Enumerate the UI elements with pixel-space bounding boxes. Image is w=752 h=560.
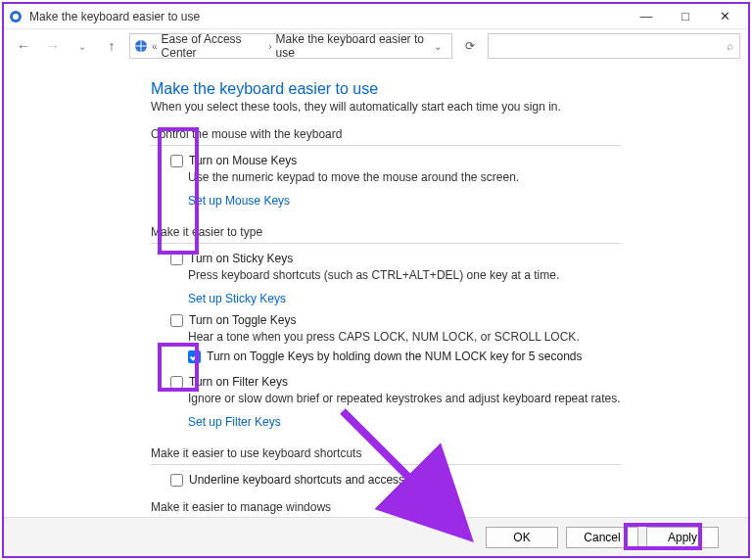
sticky-keys-checkbox[interactable] [170, 253, 183, 265]
divider [151, 145, 621, 146]
mouse-keys-desc: Use the numeric keypad to move the mouse… [151, 169, 640, 188]
mouse-keys-checkbox-row[interactable]: Turn on Mouse Keys [151, 152, 748, 169]
window-title: Make the keyboard easier to use [29, 10, 627, 23]
toggle-hold-numlock-checkbox-row[interactable]: Turn on Toggle Keys by holding down the … [151, 348, 748, 365]
cancel-button[interactable]: Cancel [566, 527, 638, 548]
apply-button[interactable]: Apply [646, 527, 719, 548]
section-manage-windows: Make it easier to manage windows [151, 500, 621, 514]
divider [151, 464, 621, 465]
footer: OK Cancel Apply [4, 517, 748, 556]
underline-shortcuts-label: Underline keyboard shortcuts and access … [189, 473, 432, 487]
setup-mouse-keys-link[interactable]: Set up Mouse Keys [188, 194, 290, 208]
underline-shortcuts-checkbox[interactable] [170, 474, 183, 487]
sticky-keys-checkbox-row[interactable]: Turn on Sticky Keys [151, 250, 748, 267]
toggle-hold-numlock-checkbox[interactable] [188, 350, 201, 363]
page-subtitle: When you select these tools, they will a… [151, 100, 748, 114]
toggle-keys-label: Turn on Toggle Keys [189, 313, 296, 327]
section-control-mouse: Control the mouse with the keyboard [151, 127, 621, 141]
toggle-keys-checkbox-row[interactable]: Turn on Toggle Keys [151, 311, 748, 329]
section-easier-type: Make it easier to type [151, 225, 621, 239]
crumb-separator: › [268, 41, 271, 52]
chevron-down-icon[interactable]: ⌄ [428, 41, 447, 52]
forward-button[interactable]: → [41, 34, 65, 58]
setup-filter-keys-link[interactable]: Set up Filter Keys [188, 415, 281, 429]
chevron-left-icon: « [152, 41, 158, 52]
setup-sticky-keys-link[interactable]: Set up Sticky Keys [188, 292, 286, 305]
navbar: ← → ⌄ ↑ « Ease of Access Center › Make t… [4, 29, 748, 63]
mouse-keys-label: Turn on Mouse Keys [189, 154, 297, 167]
maximize-button[interactable]: □ [666, 5, 705, 28]
search-icon: ⌕ [727, 39, 733, 53]
filter-keys-label: Turn on Filter Keys [189, 375, 288, 389]
filter-keys-checkbox[interactable] [170, 376, 183, 389]
toggle-keys-desc: Hear a tone when you press CAPS LOCK, NU… [151, 329, 640, 348]
minimize-button[interactable]: — [627, 5, 666, 28]
filter-keys-desc: Ignore or slow down brief or repeated ke… [151, 391, 640, 409]
crumb-current[interactable]: Make the keyboard easier to use [276, 32, 424, 60]
content-area: Make the keyboard easier to use When you… [4, 63, 748, 517]
app-icon [8, 9, 24, 24]
divider [151, 243, 621, 244]
mouse-keys-checkbox[interactable] [170, 155, 183, 167]
recent-locations-button[interactable]: ⌄ [70, 34, 94, 58]
breadcrumb[interactable]: « Ease of Access Center › Make the keybo… [129, 33, 452, 59]
underline-shortcuts-checkbox-row[interactable]: Underline keyboard shortcuts and access … [151, 471, 748, 489]
ok-button[interactable]: OK [486, 527, 558, 548]
search-input[interactable] [494, 39, 727, 53]
back-button[interactable]: ← [12, 34, 35, 58]
filter-keys-checkbox-row[interactable]: Turn on Filter Keys [151, 373, 748, 391]
sticky-keys-desc: Press keyboard shortcuts (such as CTRL+A… [151, 267, 640, 286]
refresh-button[interactable]: ⟳ [458, 34, 482, 58]
titlebar: Make the keyboard easier to use — □ ✕ [4, 4, 748, 29]
section-shortcuts: Make it easier to use keyboard shortcuts [151, 446, 621, 460]
crumb-parent[interactable]: Ease of Access Center [162, 32, 265, 60]
page-title: Make the keyboard easier to use [151, 80, 748, 98]
toggle-hold-numlock-label: Turn on Toggle Keys by holding down the … [207, 350, 583, 363]
toggle-keys-checkbox[interactable] [170, 314, 183, 327]
svg-point-1 [13, 14, 19, 20]
search-box[interactable]: ⌕ [488, 33, 740, 59]
up-button[interactable]: ↑ [100, 34, 123, 58]
close-button[interactable]: ✕ [705, 5, 744, 28]
sticky-keys-label: Turn on Sticky Keys [189, 252, 293, 265]
location-icon [134, 38, 148, 54]
